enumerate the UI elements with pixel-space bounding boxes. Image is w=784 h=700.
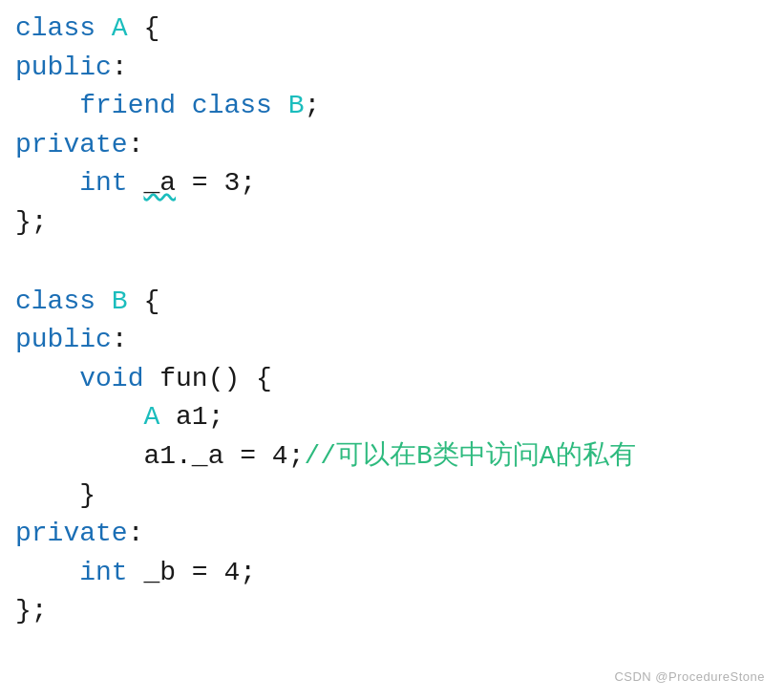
indent2 — [15, 164, 79, 203]
keyword-private: private — [15, 126, 128, 165]
space — [176, 87, 192, 126]
class-name-b: B — [288, 87, 305, 126]
keyword-class: class — [15, 10, 112, 49]
code-line-9: void fun() { — [15, 360, 769, 399]
code-line-1: class A { — [15, 10, 769, 49]
code-line-14: int _b = 4; — [15, 554, 769, 593]
a1-decl: a1; — [159, 398, 223, 437]
code-line-2: public: — [15, 49, 769, 88]
code-line-15: }; — [15, 592, 769, 631]
colon2: : — [128, 126, 144, 165]
keyword-int-1: int — [79, 164, 127, 203]
keyword-public-b: public — [15, 321, 112, 360]
code-line-3: friend class B; — [15, 87, 769, 126]
close-brace-1: }; — [15, 203, 48, 243]
code-line-8: public: — [15, 321, 769, 360]
semicolon: ; — [305, 87, 321, 126]
watermark: CSDN @ProcedureStone — [614, 668, 765, 687]
code-line-12: } — [15, 477, 769, 516]
keyword-class2: class — [192, 87, 272, 126]
keyword-private-b: private — [15, 515, 128, 554]
blank-line-1 — [15, 243, 769, 283]
brace-open: { — [128, 10, 160, 49]
var-a — [128, 164, 144, 203]
comment-text: //可以在B类中访问A的私有 — [304, 437, 635, 477]
code-line-6: }; — [15, 203, 769, 243]
a1-assign: a1._a = 4; — [143, 437, 304, 477]
class-a-ref: A — [143, 398, 159, 437]
code-container: class A { public: friend class B; privat… — [0, 0, 784, 700]
assign-a: = 3; — [176, 164, 256, 203]
keyword-public: public — [15, 49, 112, 88]
code-line-11: a1._a = 4;//可以在B类中访问A的私有 — [15, 437, 769, 477]
indent-void — [15, 360, 79, 399]
indent-int-b — [15, 554, 79, 593]
class-name-b2: B — [112, 283, 128, 322]
var-a-name: _a — [143, 164, 176, 203]
code-line-4: private: — [15, 126, 769, 165]
keyword-void: void — [79, 360, 143, 399]
indent-a1 — [15, 398, 143, 437]
class-name-a: A — [112, 10, 128, 49]
indent-assign — [15, 437, 143, 477]
brace-open-b: { — [128, 283, 160, 322]
indent — [15, 87, 79, 126]
colon-private-b: : — [128, 515, 144, 554]
keyword-class-b: class — [15, 283, 112, 322]
code-line-5: int _a = 3; — [15, 164, 769, 203]
close-brace-b: }; — [15, 592, 48, 631]
space2 — [272, 87, 288, 126]
var-b: _b = 4; — [128, 554, 256, 593]
code-line-13: private: — [15, 515, 769, 554]
code-line-10: A a1; — [15, 398, 769, 437]
close-fun: } — [15, 477, 95, 516]
code-line-7: class B { — [15, 283, 769, 322]
fun-decl: fun() { — [143, 360, 271, 399]
keyword-friend: friend — [79, 87, 176, 126]
colon: : — [112, 49, 128, 88]
colon-b: : — [112, 321, 128, 360]
keyword-int-2: int — [79, 554, 127, 593]
